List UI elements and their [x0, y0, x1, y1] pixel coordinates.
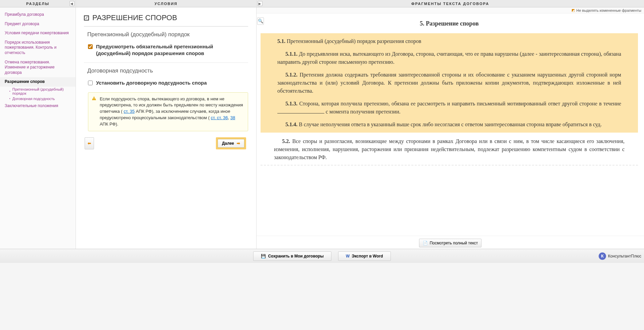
next-button-highlight: Далее➡	[216, 137, 246, 149]
brand-icon: К	[599, 252, 606, 260]
nav-item-active[interactable]: Разрешение споров	[0, 77, 76, 87]
info-box: Если подсудность спора, вытекающего из д…	[88, 92, 248, 131]
svg-rect-1	[94, 99, 94, 99]
paragraph: 5.1.3. Сторона, которая получила претенз…	[274, 99, 625, 116]
law-link[interactable]: ст. ст. 36	[211, 115, 228, 120]
nav-subitem[interactable]: Претензионный (досудебный) порядок	[0, 87, 76, 96]
section-title: ✓ РАЗРЕШЕНИЕ СПОРОВ	[84, 13, 248, 22]
next-button[interactable]: Далее➡	[218, 139, 244, 148]
conditions-header-label: УСЛОВИЯ	[154, 2, 178, 6]
sections-header-label: РАЗДЕЛЫ	[26, 2, 49, 6]
option-pretrial-label: Предусмотреть обязательный претензионный…	[96, 43, 248, 56]
conditions-header: УСЛОВИЯ	[76, 0, 256, 7]
nav-item[interactable]: Предмет договора	[0, 19, 76, 29]
paragraph: 5.1.4. В случае неполучения ответа в ука…	[274, 120, 625, 129]
option-jurisdiction-checkbox[interactable]	[88, 81, 93, 85]
highlighted-block: 5.1. Претензионный (досудебный) порядок …	[261, 33, 638, 133]
torn-edge	[261, 162, 638, 168]
bottom-toolbar: 💾 Сохранить в Мои договоры W Экспорт в W…	[0, 249, 644, 263]
warning-icon	[92, 96, 96, 101]
paragraph: 5.2. Все споры и разногласия, возникающи…	[271, 137, 628, 162]
brand-logo: К КонсультантПлюс	[599, 252, 641, 260]
paragraph: 5.1.2. Претензия должна содержать требов…	[274, 70, 625, 96]
nav-item[interactable]: Порядок использования пожертвования. Кон…	[0, 38, 76, 58]
paragraph: 5.1. Претензионный (досудебный) порядок …	[274, 37, 625, 46]
save-icon: 💾	[261, 254, 266, 258]
sections-header: РАЗДЕЛЫ ◀	[0, 0, 76, 7]
document-zoom-icon[interactable]: 🔍	[257, 17, 264, 25]
word-icon: W	[346, 254, 350, 258]
arrow-left-icon: ⬅	[88, 141, 91, 146]
export-word-button[interactable]: W Экспорт в Word	[338, 251, 391, 261]
group-title: Претензионный (досудебный) порядок	[84, 31, 248, 38]
fragments-header-label: ФРАГМЕНТЫ ТЕКСТА ДОГОВОРА	[411, 2, 489, 6]
document-icon: 📄	[423, 241, 428, 245]
svg-rect-0	[94, 97, 94, 99]
option-jurisdiction-label: Установить договорную подсудность спора	[96, 80, 207, 86]
toggle-highlight-button[interactable]: ◩ Не выделять измененные фрагменты	[571, 8, 641, 12]
nav-item[interactable]: Отмена пожертвования. Изменение и растор…	[0, 58, 76, 78]
nav-item[interactable]: Условия передачи пожертвования	[0, 29, 76, 38]
paragraph: 5.1.1. До предъявления иска, вытекающего…	[274, 49, 625, 67]
option-pretrial-checkbox[interactable]	[88, 44, 93, 49]
group-title: Договорная подсудность	[84, 67, 248, 74]
fragment-title: 5. Разрешение споров	[261, 20, 638, 27]
nav-subitem[interactable]: Договорная подсудность	[0, 96, 76, 101]
blank-field[interactable]	[277, 113, 324, 113]
arrow-right-icon: ➡	[237, 141, 240, 146]
collapse-left-icon[interactable]: ◀	[70, 1, 75, 6]
highlight-icon: ◩	[571, 8, 575, 12]
fragments-header: ▶ ФРАГМЕНТЫ ТЕКСТА ДОГОВОРА	[257, 0, 644, 7]
collapse-right-icon[interactable]: ▶	[258, 1, 263, 6]
divider	[84, 26, 248, 27]
nav-item[interactable]: Преамбула договора	[0, 10, 76, 19]
law-link[interactable]: ст. 35	[124, 109, 135, 114]
view-full-text-button[interactable]: 📄 Посмотреть полный текст	[419, 239, 482, 247]
save-button[interactable]: 💾 Сохранить в Мои договоры	[253, 251, 331, 261]
sections-nav: Преамбула договора Предмет договора Усло…	[0, 7, 76, 113]
divider	[84, 62, 248, 63]
law-link[interactable]: 38	[230, 115, 235, 120]
nav-item[interactable]: Заключительные положения	[0, 101, 76, 111]
back-button[interactable]: ⬅	[85, 137, 94, 149]
check-icon: ✓	[84, 15, 89, 20]
